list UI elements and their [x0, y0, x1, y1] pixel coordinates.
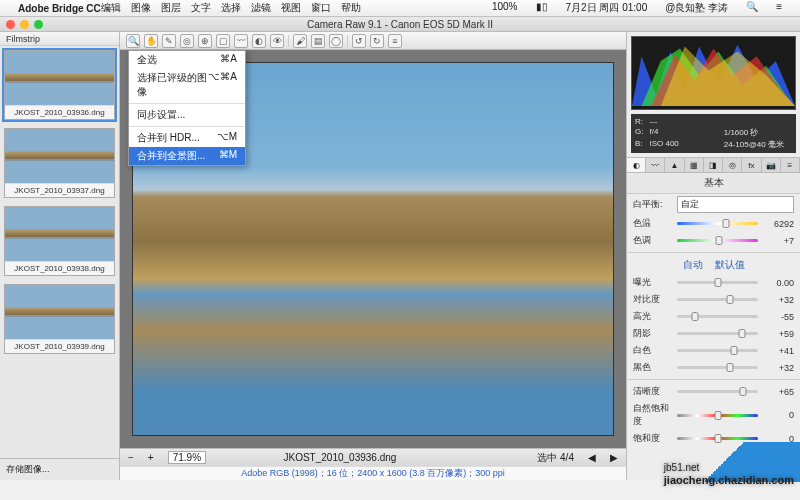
blacks-slider[interactable] — [677, 366, 758, 369]
menu-layer[interactable]: 图层 — [161, 1, 181, 15]
contrast-slider[interactable] — [677, 298, 758, 301]
menu-type[interactable]: 文字 — [191, 1, 211, 15]
tab-curve[interactable]: 〰 — [646, 158, 665, 172]
histogram[interactable] — [631, 36, 796, 110]
menu-edit[interactable]: 编辑 — [101, 1, 121, 15]
rotate-ccw-icon[interactable]: ↺ — [352, 34, 366, 48]
shadows-label: 阴影 — [633, 327, 673, 340]
workflow-link[interactable]: Adobe RGB (1998)；16 位；2400 x 1600 (3.8 百… — [120, 466, 626, 480]
menu-image[interactable]: 图像 — [131, 1, 151, 15]
menu-select-all[interactable]: 全选⌘A — [129, 51, 245, 69]
thumb-caption: JKOST_2010_03936.dng — [5, 105, 114, 119]
exposure-slider[interactable] — [677, 281, 758, 284]
wb-select[interactable]: 自定 — [677, 196, 794, 213]
tab-fx[interactable]: fx — [742, 158, 761, 172]
sampler-tool-icon[interactable]: ◎ — [180, 34, 194, 48]
clarity-slider[interactable] — [677, 390, 758, 393]
menu-extra-icon[interactable]: ≡ — [776, 1, 782, 15]
user-name: @良知塾 李涛 — [665, 1, 728, 15]
prev-icon[interactable]: ◀ — [588, 452, 596, 463]
spot-tool-icon[interactable]: ◐ — [252, 34, 266, 48]
preview-footer: − + 71.9% JKOST_2010_03936.dng 选中 4/4 ◀ … — [120, 448, 626, 466]
thumbnail[interactable]: JKOST_2010_03937.dng — [4, 128, 115, 198]
zoom-in-icon[interactable]: + — [148, 452, 154, 463]
blacks-value[interactable]: +32 — [762, 363, 794, 373]
menu-merge-hdr[interactable]: 合并到 HDR...⌥M — [129, 129, 245, 147]
wb-tool-icon[interactable]: ✎ — [162, 34, 176, 48]
whites-slider[interactable] — [677, 349, 758, 352]
default-link[interactable]: 默认值 — [715, 259, 745, 270]
menu-view[interactable]: 视图 — [281, 1, 301, 15]
tab-cal[interactable]: 📷 — [762, 158, 781, 172]
contrast-label: 对比度 — [633, 293, 673, 306]
exif-info: R:--- G:f/41/1600 秒 B:ISO 40024-105@40 毫… — [631, 114, 796, 153]
radial-filter-icon[interactable]: ◯ — [329, 34, 343, 48]
main-area: 🔍 ✋ ✎ ◎ ⊕ ▢ 〰 ◐ 👁 🖌 ▤ ◯ ↺ ↻ ≡ 全选⌘A 选择已评级… — [120, 32, 626, 480]
highlights-slider[interactable] — [677, 315, 758, 318]
highlights-value[interactable]: -55 — [762, 312, 794, 322]
menu-merge-panorama[interactable]: 合并到全景图...⌘M — [129, 147, 245, 165]
zoom-out-icon[interactable]: − — [128, 452, 134, 463]
menu-select[interactable]: 选择 — [221, 1, 241, 15]
straighten-tool-icon[interactable]: 〰 — [234, 34, 248, 48]
thumbnail[interactable]: JKOST_2010_03936.dng — [4, 50, 115, 120]
tab-basic[interactable]: ◐ — [627, 158, 646, 172]
vibrance-value[interactable]: 0 — [762, 410, 794, 420]
zoom-percent[interactable]: 71.9% — [168, 451, 206, 464]
rotate-cw-icon[interactable]: ↻ — [370, 34, 384, 48]
panel-tabs: ◐ 〰 ▲ ▦ ◨ ◎ fx 📷 ≡ — [627, 157, 800, 173]
battery-pct: 100% — [492, 1, 518, 15]
filmstrip-panel: Filmstrip JKOST_2010_03936.dng JKOST_201… — [0, 32, 120, 480]
adjust-brush-icon[interactable]: 🖌 — [293, 34, 307, 48]
grad-filter-icon[interactable]: ▤ — [311, 34, 325, 48]
camera-raw-toolbar: 🔍 ✋ ✎ ◎ ⊕ ▢ 〰 ◐ 👁 🖌 ▤ ◯ ↺ ↻ ≡ 全选⌘A 选择已评级… — [120, 32, 626, 50]
highlights-label: 高光 — [633, 310, 673, 323]
hand-tool-icon[interactable]: ✋ — [144, 34, 158, 48]
tab-detail[interactable]: ▲ — [665, 158, 684, 172]
thumbnail[interactable]: JKOST_2010_03938.dng — [4, 206, 115, 276]
menu-help[interactable]: 帮助 — [341, 1, 361, 15]
tab-split[interactable]: ◨ — [704, 158, 723, 172]
prefs-icon[interactable]: ≡ — [388, 34, 402, 48]
save-image-button[interactable]: 存储图像... — [0, 458, 119, 480]
thumbnail[interactable]: JKOST_2010_03939.dng — [4, 284, 115, 354]
contrast-value[interactable]: +32 — [762, 295, 794, 305]
tint-slider[interactable] — [677, 239, 758, 242]
auto-link[interactable]: 自动 — [683, 259, 703, 270]
saturation-slider[interactable] — [677, 437, 758, 440]
shadows-value[interactable]: +59 — [762, 329, 794, 339]
right-panels: R:--- G:f/41/1600 秒 B:ISO 40024-105@40 毫… — [626, 32, 800, 480]
menu-select-rated[interactable]: 选择已评级的图像⌥⌘A — [129, 69, 245, 101]
temp-slider[interactable] — [677, 222, 758, 225]
temp-value[interactable]: 6292 — [762, 219, 794, 229]
wb-label: 白平衡: — [633, 198, 673, 211]
vibrance-slider[interactable] — [677, 414, 758, 417]
watermark-text: jb51.net jiaocheng.chazidian.com — [664, 459, 794, 486]
menu-window[interactable]: 窗口 — [311, 1, 331, 15]
tab-lens[interactable]: ◎ — [723, 158, 742, 172]
vibrance-label: 自然饱和度 — [633, 402, 673, 428]
redeye-tool-icon[interactable]: 👁 — [270, 34, 284, 48]
menu-filter[interactable]: 滤镜 — [251, 1, 271, 15]
next-icon[interactable]: ▶ — [610, 452, 618, 463]
spotlight-icon[interactable]: 🔍 — [746, 1, 758, 15]
thumb-caption: JKOST_2010_03937.dng — [5, 183, 114, 197]
exposure-value[interactable]: 0.00 — [762, 278, 794, 288]
clarity-value[interactable]: +65 — [762, 387, 794, 397]
crop-tool-icon[interactable]: ▢ — [216, 34, 230, 48]
app-name[interactable]: Adobe Bridge CC — [18, 3, 101, 14]
zoom-tool-icon[interactable]: 🔍 — [126, 34, 140, 48]
saturation-label: 饱和度 — [633, 432, 673, 445]
filmstrip-context-menu: 全选⌘A 选择已评级的图像⌥⌘A 同步设置... 合并到 HDR...⌥M 合并… — [128, 50, 246, 166]
tab-hsl[interactable]: ▦ — [685, 158, 704, 172]
tint-value[interactable]: +7 — [762, 236, 794, 246]
shadows-slider[interactable] — [677, 332, 758, 335]
blacks-label: 黑色 — [633, 361, 673, 374]
panel-title: 基本 — [627, 173, 800, 194]
target-tool-icon[interactable]: ⊕ — [198, 34, 212, 48]
window-titlebar: Camera Raw 9.1 - Canon EOS 5D Mark II — [0, 16, 800, 32]
menu-sync-settings[interactable]: 同步设置... — [129, 106, 245, 124]
whites-value[interactable]: +41 — [762, 346, 794, 356]
selection-count: 选中 4/4 — [537, 451, 574, 465]
tab-preset[interactable]: ≡ — [781, 158, 800, 172]
